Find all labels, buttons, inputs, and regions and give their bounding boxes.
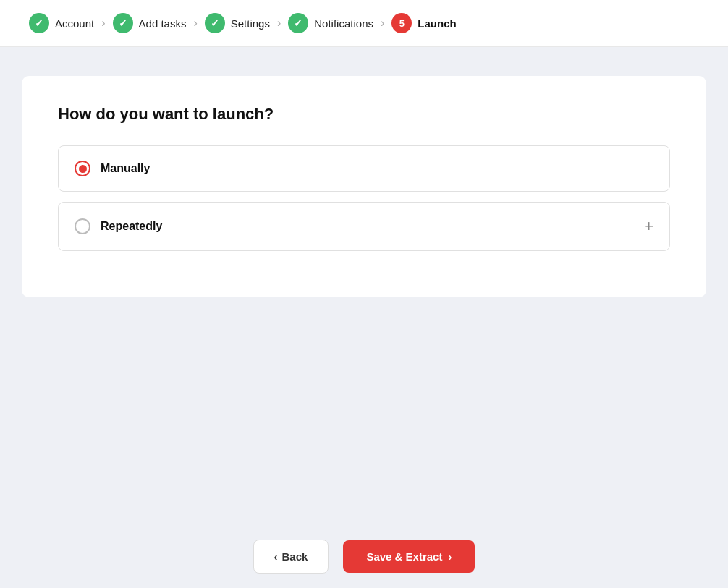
save-chevron-icon: › <box>448 550 452 563</box>
step-account[interactable]: ✓ Account <box>29 13 94 33</box>
plus-icon: + <box>644 217 653 236</box>
back-button-label: Back <box>282 550 308 563</box>
step-settings-icon: ✓ <box>205 13 225 33</box>
back-chevron-icon: ‹ <box>274 550 278 563</box>
card-title: How do you want to launch? <box>58 105 670 124</box>
step-settings-label: Settings <box>231 17 270 30</box>
back-button[interactable]: ‹ Back <box>253 540 329 574</box>
chevron-icon-3: › <box>277 17 281 30</box>
step-settings[interactable]: ✓ Settings <box>205 13 270 33</box>
step-notifications-icon: ✓ <box>288 13 308 33</box>
option-manually[interactable]: Manually <box>58 145 670 192</box>
save-extract-button[interactable]: Save & Extract › <box>343 540 475 573</box>
step-account-label: Account <box>55 17 94 30</box>
main-content: How do you want to launch? Manually Repe… <box>0 47 728 525</box>
chevron-icon-4: › <box>381 17 384 30</box>
option-repeatedly-left: Repeatedly <box>75 218 162 234</box>
radio-manually[interactable] <box>75 161 90 176</box>
stepper: ✓ Account › ✓ Add tasks › ✓ Settings › ✓… <box>0 0 728 47</box>
option-manually-left: Manually <box>75 161 150 176</box>
chevron-icon-1: › <box>101 17 105 30</box>
radio-repeatedly[interactable] <box>75 218 90 234</box>
step-launch-icon: 5 <box>391 13 412 33</box>
option-repeatedly-label: Repeatedly <box>101 220 162 233</box>
save-button-label: Save & Extract <box>366 550 442 563</box>
launch-card: How do you want to launch? Manually Repe… <box>22 76 706 297</box>
step-add-tasks-label: Add tasks <box>139 17 187 30</box>
chevron-icon-2: › <box>193 17 197 30</box>
step-account-icon: ✓ <box>29 13 49 33</box>
footer: ‹ Back Save & Extract › <box>0 525 728 588</box>
step-notifications-label: Notifications <box>314 17 373 30</box>
step-launch[interactable]: 5 Launch <box>391 13 456 33</box>
step-add-tasks-icon: ✓ <box>113 13 133 33</box>
step-add-tasks[interactable]: ✓ Add tasks <box>113 13 187 33</box>
radio-manually-dot <box>79 165 87 173</box>
option-repeatedly[interactable]: Repeatedly + <box>58 202 670 251</box>
step-notifications[interactable]: ✓ Notifications <box>288 13 373 33</box>
step-launch-label: Launch <box>418 17 456 30</box>
option-manually-label: Manually <box>101 162 150 175</box>
